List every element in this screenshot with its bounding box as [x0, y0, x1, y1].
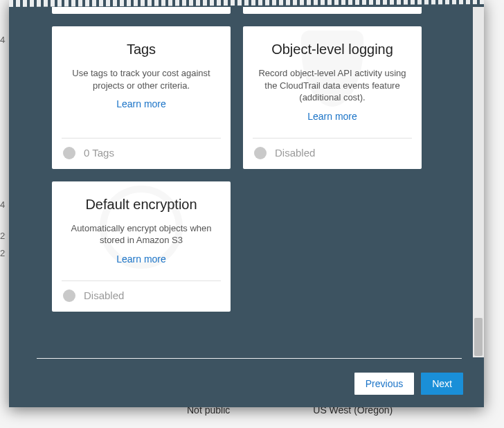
card-description: Automatically encrypt objects when store…	[63, 222, 219, 247]
properties-dialog: Tags Use tags to track your cost against…	[9, 0, 484, 407]
default-encryption-card[interactable]: Default encryption Automatically encrypt…	[52, 181, 231, 312]
status-text: 0 Tags	[84, 147, 114, 159]
status-dot-icon	[254, 147, 267, 159]
status-dot-icon	[63, 289, 75, 302]
cards-scroll-area: Tags Use tags to track your cost against…	[9, 7, 473, 357]
footer-divider	[37, 358, 462, 359]
card-description: Record object-level API activity using t…	[254, 67, 411, 104]
object-level-logging-card[interactable]: Object-level logging Record object-level…	[243, 26, 422, 169]
learn-more-link[interactable]: Learn more	[307, 111, 357, 122]
learn-more-link[interactable]: Learn more	[116, 98, 166, 109]
status-dot-icon	[63, 147, 75, 159]
status-text: Disabled	[275, 147, 315, 159]
previous-button[interactable]: Previous	[354, 373, 414, 395]
torn-edge	[9, 0, 484, 7]
learn-more-link[interactable]: Learn more	[116, 253, 166, 265]
card-title: Object-level logging	[254, 42, 411, 57]
dialog-footer: Previous Next	[354, 373, 463, 395]
status-text: Disabled	[84, 289, 124, 301]
card-title: Default encryption	[63, 197, 219, 213]
scrollbar[interactable]	[473, 7, 484, 357]
card-title: Tags	[63, 42, 219, 57]
card-partial-top	[243, 7, 422, 14]
card-partial-top	[52, 7, 231, 14]
card-description: Use tags to track your cost against proj…	[63, 67, 219, 91]
next-button[interactable]: Next	[421, 373, 463, 395]
tags-card[interactable]: Tags Use tags to track your cost against…	[52, 26, 231, 169]
scrollbar-thumb[interactable]	[474, 318, 483, 356]
